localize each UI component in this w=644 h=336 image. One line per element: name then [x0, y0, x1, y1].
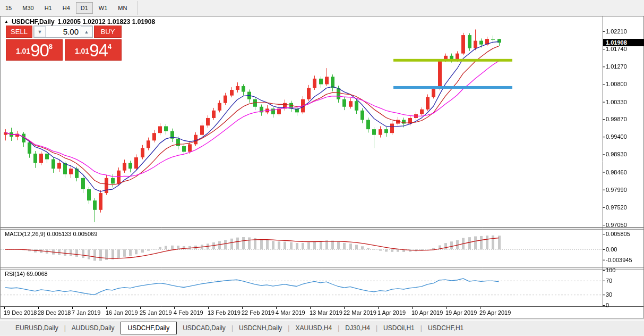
price-tick-label: 0.97990 — [606, 186, 627, 194]
mt4-terminal: 15M30H1H4D1W1MN ▲ USDCHF,Daily 1.02005 1… — [0, 0, 644, 336]
volume-input[interactable] — [46, 26, 81, 37]
price-tick-label: 1.02210 — [606, 28, 627, 35]
price-tick-label: 0.99870 — [606, 115, 627, 123]
rsi-tick-label: 70 — [606, 277, 612, 284]
ask-price-prefix: 1.01 — [75, 43, 89, 59]
bid-price-main: 90 — [30, 41, 49, 59]
chevron-up-icon: ▲ — [84, 29, 89, 35]
chart-tab-dj30-h4[interactable]: DJ30,H4 — [339, 322, 376, 334]
timeframe-button-h1[interactable]: H1 — [40, 2, 57, 14]
price-tick-label: 0.99400 — [606, 133, 627, 140]
price-tick-label: 0.97520 — [606, 204, 627, 211]
bid-price-prefix: 1.01 — [16, 43, 30, 59]
price-tick-label: 1.01270 — [606, 63, 627, 70]
one-click-trade-panel: SELL ▼ ▲ BUY 1.01 90 8 — [6, 26, 122, 61]
rsi-tick-label: 30 — [606, 291, 612, 298]
ask-price-main: 94 — [89, 41, 108, 59]
macd-tick-label: 0.005805 — [606, 230, 630, 238]
timeframe-button-d1[interactable]: D1 — [76, 2, 93, 14]
date-tick-label: 13 Mar 2019 — [310, 309, 342, 316]
date-tick-label: 4 Feb 2019 — [174, 309, 203, 316]
macd-tick-label: -0.003945 — [606, 256, 632, 264]
rsi-tick-label: 0 — [606, 301, 609, 309]
date-tick-label: 29 Apr 2019 — [479, 309, 511, 316]
price-tick-label: 0.98460 — [606, 169, 627, 176]
ask-price-pip: 4 — [108, 43, 111, 51]
date-tick-label: 19 Dec 2018 — [4, 309, 37, 316]
chart-tab-usdchf-daily[interactable]: USDCHF,Daily — [121, 322, 177, 334]
date-tick-label: 13 Feb 2019 — [208, 309, 241, 316]
bid-price-button[interactable]: 1.01 90 8 — [6, 39, 63, 61]
timeframe-button-15[interactable]: 15 — [1, 2, 16, 14]
volume-stepper: ▼ ▲ — [33, 26, 93, 38]
date-tick-label: 22 Mar 2019 — [344, 309, 376, 316]
chevron-down-icon: ▼ — [38, 29, 42, 35]
toolbar-separator — [138, 1, 138, 15]
chart-tab-bar: EURUSD,Daily|AUDUSD,DailyUSDCHF,DailyUSD… — [0, 320, 644, 335]
rsi-indicator-label: RSI(14) 69.0068 — [5, 271, 48, 277]
date-tick-label: 22 Feb 2019 — [242, 309, 274, 316]
volume-increase-button[interactable]: ▲ — [81, 26, 92, 37]
date-tick-label: 19 Apr 2019 — [445, 309, 477, 316]
price-tick-label: 0.98930 — [606, 150, 627, 158]
timeframe-button-m30[interactable]: M30 — [18, 2, 38, 14]
price-tick-label: 1.00330 — [606, 98, 627, 106]
chart-title: ▲ USDCHF,Daily 1.02005 1.02012 1.01823 1… — [4, 18, 155, 26]
ask-price-button[interactable]: 1.01 94 4 — [65, 39, 122, 61]
chart-tab-usdoil-h1[interactable]: USDOil,H1 — [377, 322, 420, 334]
chart-tab-usdcad-daily[interactable]: USDCAD,Daily — [177, 322, 231, 334]
chart-tab-usdcnh-daily[interactable]: USDCNH,Daily — [233, 322, 288, 334]
date-tick-label: 7 Jan 2019 — [72, 309, 100, 316]
buy-button[interactable]: BUY — [94, 26, 122, 38]
price-chart-canvas[interactable] — [0, 16, 644, 319]
timeframe-button-w1[interactable]: W1 — [94, 2, 113, 14]
chart-symbol-label: USDCHF,Daily — [12, 18, 55, 26]
date-tick-label: 1 Apr 2019 — [377, 309, 406, 316]
price-tick-label: 0.97050 — [606, 221, 627, 229]
date-tick-label: 28 Dec 2018 — [38, 309, 71, 316]
macd-tick-label: 0.00 — [606, 246, 617, 253]
timeframe-toolbar: 15M30H1H4D1W1MN — [0, 0, 644, 16]
volume-decrease-button[interactable]: ▼ — [34, 26, 46, 37]
current-price-tag: 1.01908 — [603, 39, 644, 46]
chart-tab-eurusd-daily[interactable]: EURUSD,Daily — [10, 322, 64, 334]
chart-tab-audusd-daily[interactable]: AUDUSD,Daily — [66, 322, 121, 334]
date-tick-label: 10 Apr 2019 — [411, 309, 443, 316]
chart-tab-usdchf-h1[interactable]: USDCHF,H1 — [422, 322, 469, 334]
timeframe-button-mn[interactable]: MN — [113, 2, 132, 14]
chart-ohlc-values: 1.02005 1.02012 1.01823 1.01908 — [58, 18, 156, 26]
rsi-tick-label: 100 — [606, 266, 615, 274]
sell-button[interactable]: SELL — [6, 26, 32, 38]
chart-tab-xauusd-h4[interactable]: XAUUSD,H4 — [289, 322, 338, 334]
bid-price-pip: 8 — [49, 43, 53, 51]
collapse-triangle-icon: ▲ — [4, 19, 8, 24]
date-tick-label: 16 Jan 2019 — [106, 309, 138, 316]
timeframe-button-h4[interactable]: H4 — [58, 2, 75, 14]
macd-indicator-label: MACD(12,26,9) 0.005133 0.005069 — [5, 231, 97, 237]
price-tick-label: 1.00800 — [606, 80, 627, 88]
chart-window: ▲ USDCHF,Daily 1.02005 1.02012 1.01823 1… — [0, 16, 644, 319]
date-tick-label: 4 Mar 2019 — [276, 309, 305, 316]
date-tick-label: 25 Jan 2019 — [140, 309, 172, 316]
